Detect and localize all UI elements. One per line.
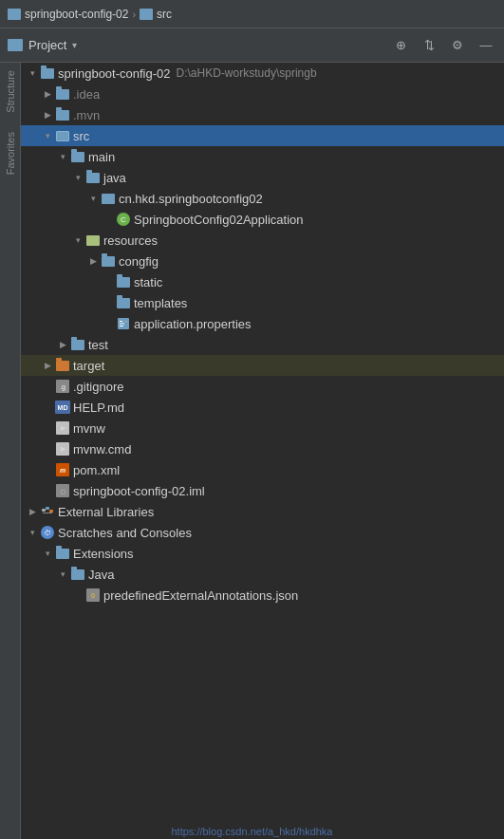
target-label: target xyxy=(73,359,104,373)
main-container: Structure Favorites ▾ springboot-config-… xyxy=(0,63,504,839)
package-expand-icon: ▾ xyxy=(85,191,101,206)
tree-item-mvn[interactable]: ▶ .mvn xyxy=(21,104,504,125)
tree-item-java-ext[interactable]: ▾ Java xyxy=(21,564,504,585)
congfig-expand-icon: ▶ xyxy=(85,253,101,269)
tree-item-congfig[interactable]: ▶ congfig xyxy=(21,251,504,271)
project-folder-icon xyxy=(8,39,23,51)
congfig-folder-icon xyxy=(101,253,116,269)
resources-expand-icon: ▾ xyxy=(70,233,85,248)
tree-item-idea[interactable]: ▶ .idea xyxy=(21,84,504,104)
tree-item-resources[interactable]: ▾ resources xyxy=(21,230,504,251)
appprops-label: application.properties xyxy=(134,317,252,331)
tree-item-test[interactable]: ▶ test xyxy=(21,334,504,355)
minimize-icon-btn[interactable]: — xyxy=(476,35,496,56)
scratches-icon: ⏱ xyxy=(40,525,55,540)
tree-item-templates[interactable]: ▶ templates xyxy=(21,292,504,313)
tree-item-mvnw[interactable]: ▶ ▶ mvnw xyxy=(21,418,504,438)
mvnwcmd-label: mvnw.cmd xyxy=(73,442,131,457)
idea-folder-icon xyxy=(55,86,70,102)
tree-item-mvnwcmd[interactable]: ▶ ▶ mvnw.cmd xyxy=(21,438,504,459)
package-label: cn.hkd.springbootconfig02 xyxy=(119,192,263,206)
java-label: java xyxy=(103,171,126,185)
tree-item-helpmd[interactable]: ▶ MD HELP.md xyxy=(21,397,504,418)
tree-item-src[interactable]: ▾ src xyxy=(21,125,504,146)
main-label: main xyxy=(88,150,115,164)
predef-json-label: predefinedExternalAnnotations.json xyxy=(103,588,298,603)
iml-icon: ◻ xyxy=(55,483,70,498)
target-folder-icon xyxy=(55,358,70,373)
root-path: D:\aHKD-workstudy\springb xyxy=(177,66,317,80)
pomxml-icon: m xyxy=(55,462,70,477)
test-expand-icon: ▶ xyxy=(55,337,70,352)
tree-item-extensions[interactable]: ▾ Extensions xyxy=(21,543,504,564)
predef-json-icon: {} xyxy=(85,587,101,603)
scratches-expand-icon: ▾ xyxy=(25,525,40,540)
globe-icon: ⊕ xyxy=(396,38,406,52)
tree-root[interactable]: ▾ springboot-config-02 D:\aHKD-workstudy… xyxy=(21,63,504,84)
pomxml-label: pom.xml xyxy=(73,463,120,477)
svg-rect-3 xyxy=(120,326,123,326)
congfig-label: congfig xyxy=(119,254,159,269)
toolbar-label: Project xyxy=(28,38,66,52)
extlibs-icon xyxy=(40,504,55,519)
mvnw-label: mvnw xyxy=(73,421,105,436)
idea-label: .idea xyxy=(73,87,100,102)
idea-expand-icon: ▶ xyxy=(40,86,55,102)
tree-item-springapp[interactable]: ▶ C SpringbootConfig02Application xyxy=(21,209,504,230)
tree-item-predef-json[interactable]: ▶ {} predefinedExternalAnnotations.json xyxy=(21,585,504,606)
tree-item-pomxml[interactable]: ▶ m pom.xml xyxy=(21,459,504,480)
breadcrumb-bar: springboot-config-02 › src xyxy=(0,0,504,28)
java-folder-icon xyxy=(85,170,101,185)
tree-item-gitignore[interactable]: ▶ .g .gitignore xyxy=(21,376,504,397)
tree-item-static[interactable]: ▶ static xyxy=(21,271,504,292)
favorites-label[interactable]: Favorites xyxy=(5,132,16,175)
scratches-label: Scratches and Consoles xyxy=(58,526,192,540)
sort-icon: ⇅ xyxy=(424,38,435,52)
tree-item-iml[interactable]: ▶ ◻ springboot-config-02.iml xyxy=(21,480,504,501)
src-folder-icon xyxy=(55,128,70,143)
breadcrumb-src[interactable]: src xyxy=(140,8,172,21)
tree-item-scratches[interactable]: ▾ ⏱ Scratches and Consoles xyxy=(21,522,504,543)
gitignore-icon: .g xyxy=(55,379,70,394)
mvnwcmd-icon: ▶ xyxy=(55,441,70,457)
breadcrumb-separator: › xyxy=(132,9,136,20)
templates-label: templates xyxy=(134,296,187,310)
tree-item-extlibs[interactable]: ▶ External Libraries xyxy=(21,501,504,522)
tree-item-target[interactable]: ▶ target xyxy=(21,355,504,376)
springapp-label: SpringbootConfig02Application xyxy=(134,213,304,227)
root-expand-icon: ▾ xyxy=(25,65,40,81)
spring-icon: C xyxy=(116,212,131,227)
src-label: src xyxy=(73,129,89,143)
svg-rect-1 xyxy=(120,321,122,322)
tree-item-java[interactable]: ▾ java xyxy=(21,167,504,188)
helpmd-icon: MD xyxy=(55,400,70,415)
tree-item-package[interactable]: ▾ cn.hkd.springbootconfig02 xyxy=(21,188,504,209)
breadcrumb-folder-icon xyxy=(8,9,21,20)
tree-panel[interactable]: ▾ springboot-config-02 D:\aHKD-workstudy… xyxy=(21,63,504,839)
gear-icon-btn[interactable]: ⚙ xyxy=(447,35,468,56)
mvnw-icon: ▶ xyxy=(55,420,70,436)
toolbar-dropdown-arrow[interactable]: ▾ xyxy=(72,40,77,50)
minimize-icon: — xyxy=(480,38,493,52)
mvn-folder-icon xyxy=(55,107,70,122)
sort-icon-btn[interactable]: ⇅ xyxy=(419,35,439,56)
main-folder-icon xyxy=(70,149,85,164)
tree-item-main[interactable]: ▾ main xyxy=(21,146,504,167)
main-expand-icon: ▾ xyxy=(55,149,70,164)
resources-folder-icon xyxy=(85,233,101,248)
resources-label: resources xyxy=(103,233,158,248)
tree-item-appprops[interactable]: ▶ application.properties xyxy=(21,313,504,334)
target-expand-icon: ▶ xyxy=(40,358,55,373)
java-expand-icon: ▾ xyxy=(70,170,85,185)
test-label: test xyxy=(88,338,108,352)
static-label: static xyxy=(134,275,162,289)
mvn-expand-icon: ▶ xyxy=(40,107,55,122)
extensions-expand-icon: ▾ xyxy=(40,546,55,561)
breadcrumb-src-label: src xyxy=(157,8,172,21)
java-ext-label: Java xyxy=(88,568,114,582)
globe-icon-btn[interactable]: ⊕ xyxy=(390,35,411,56)
structure-label[interactable]: Structure xyxy=(5,70,16,113)
svg-rect-8 xyxy=(43,513,52,513)
root-folder-icon xyxy=(40,65,55,81)
breadcrumb-project[interactable]: springboot-config-02 xyxy=(8,8,128,21)
